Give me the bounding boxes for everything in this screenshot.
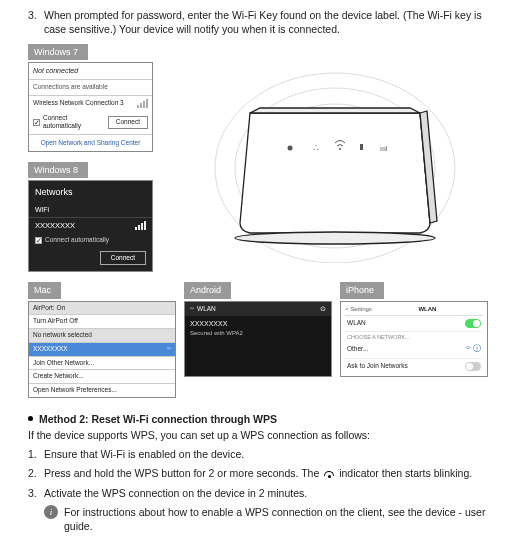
note-text: For instructions about how to enable a W… bbox=[64, 505, 496, 533]
win7-network-row[interactable]: Wireless Network Connection 3 bbox=[29, 96, 152, 111]
bullet-icon bbox=[28, 416, 33, 421]
mac-column: Mac AirPort: On Turn AirPort Off No netw… bbox=[28, 282, 176, 398]
iphone-other-row[interactable]: Other... ⌔ ⓘ bbox=[345, 341, 483, 359]
iphone-other-label: Other... bbox=[347, 345, 368, 354]
iphone-ask-join-row: Ask to Join Networks bbox=[345, 359, 483, 374]
mac-ssid: XXXXXXXX bbox=[33, 345, 68, 354]
svg-text:ıııl: ıııl bbox=[380, 145, 388, 152]
win8-network-row[interactable]: XXXXXXXX bbox=[29, 218, 152, 234]
win7-network-name: Wireless Network Connection 3 bbox=[33, 99, 124, 108]
top-screenshots-row: Windows 7 Not connected Connections are … bbox=[28, 44, 496, 272]
step-text: When prompted for password, enter the Wi… bbox=[44, 8, 496, 36]
iphone-title: WLAN bbox=[418, 305, 436, 313]
svg-point-5 bbox=[235, 232, 435, 244]
router-svg: ∴ ıııl bbox=[205, 53, 465, 263]
android-wlan-label: WLAN bbox=[197, 305, 216, 314]
win7-connections-available: Connections are available bbox=[29, 80, 152, 96]
wifi-icon: ⌔ bbox=[167, 345, 171, 354]
mac-no-network: No network selected bbox=[29, 329, 175, 343]
android-network-row[interactable]: XXXXXXXX Secured with WPA2 bbox=[185, 316, 331, 340]
mac-open-prefs[interactable]: Open Network Preferences... bbox=[29, 384, 175, 397]
mac-create-network[interactable]: Create Network... bbox=[29, 370, 175, 384]
windows8-panel: Networks WiFi XXXXXXXX Connect automatic… bbox=[28, 180, 153, 272]
iphone-wlan-label: WLAN bbox=[347, 319, 366, 328]
win8-wifi-label: WiFi bbox=[29, 203, 152, 217]
step-3: 3. When prompted for password, enter the… bbox=[28, 8, 496, 36]
win8-auto-connect-row: Connect automatically bbox=[29, 234, 152, 247]
step-text: Ensure that Wi-Fi is enabled on the devi… bbox=[44, 447, 244, 461]
tab-iphone: iPhone bbox=[340, 282, 384, 298]
iphone-nav-bar: < Settings WLAN bbox=[345, 304, 483, 316]
router-illustration: ∴ ıııl bbox=[173, 44, 496, 272]
step2-text-b: indicator then starts blinking. bbox=[339, 467, 472, 479]
step-text: Activate the WPS connection on the devic… bbox=[44, 486, 307, 500]
step-number: 2. bbox=[28, 466, 44, 480]
svg-point-8 bbox=[339, 148, 341, 150]
method2-step-2: 2. Press and hold the WPS button for 2 o… bbox=[28, 466, 496, 480]
iphone-section-header: CHOOSE A NETWORK... bbox=[345, 332, 483, 341]
method2-step-1: 1. Ensure that Wi-Fi is enabled on the d… bbox=[28, 447, 496, 461]
android-secured-label: Secured with WPA2 bbox=[190, 329, 326, 337]
mac-ssid-row[interactable]: XXXXXXXX⌔ bbox=[29, 343, 175, 357]
info-icon: i bbox=[44, 505, 58, 519]
android-wlan-header: ⌔ WLAN ⊙ bbox=[185, 302, 331, 317]
method2-step-3: 3. Activate the WPS connection on the de… bbox=[28, 486, 496, 500]
mac-airport-on: AirPort: On bbox=[29, 302, 175, 316]
windows-column: Windows 7 Not connected Connections are … bbox=[28, 44, 163, 272]
step-number: 3. bbox=[28, 8, 44, 36]
win7-avail-text: Connections are available bbox=[33, 83, 108, 90]
win8-connect-button[interactable]: Connect bbox=[100, 251, 146, 266]
method-2-title-row: Method 2: Reset Wi-Fi connection through… bbox=[28, 412, 496, 426]
tab-mac: Mac bbox=[28, 282, 61, 298]
mac-menu: AirPort: On Turn AirPort Off No network … bbox=[28, 301, 176, 398]
android-column: Android ⌔ WLAN ⊙ XXXXXXXX Secured with W… bbox=[184, 282, 332, 398]
tab-windows7: Windows 7 bbox=[28, 44, 88, 60]
toggle-on-icon[interactable] bbox=[465, 319, 481, 328]
checkbox-icon[interactable] bbox=[35, 237, 42, 244]
mac-turn-off[interactable]: Turn AirPort Off bbox=[29, 315, 175, 329]
win7-connect-button[interactable]: Connect bbox=[108, 116, 148, 129]
windows7-popup: Not connected Connections are available … bbox=[28, 62, 153, 152]
win8-ssid: XXXXXXXX bbox=[35, 221, 75, 231]
android-ssid: XXXXXXXX bbox=[190, 319, 326, 328]
iphone-screen: < Settings WLAN WLAN CHOOSE A NETWORK...… bbox=[340, 301, 488, 377]
wifi-icon: ⌔ bbox=[190, 305, 194, 314]
method-2-intro: If the device supports WPS, you can set … bbox=[28, 428, 496, 442]
win8-networks-heading: Networks bbox=[29, 181, 152, 203]
toggle-off-icon[interactable] bbox=[465, 362, 481, 371]
wifi-icon: ⌔ ⓘ bbox=[466, 344, 481, 355]
signal-bars-icon bbox=[137, 99, 148, 108]
svg-point-6 bbox=[287, 146, 292, 151]
win8-button-row: Connect bbox=[29, 247, 152, 272]
win8-auto-label: Connect automatically bbox=[45, 236, 109, 245]
win7-auto-label: Connect automatically bbox=[43, 114, 101, 132]
bottom-screenshots-row: Mac AirPort: On Turn AirPort Off No netw… bbox=[28, 282, 496, 398]
iphone-column: iPhone < Settings WLAN WLAN CHOOSE A NET… bbox=[340, 282, 488, 398]
toggle-icon[interactable]: ⊙ bbox=[320, 305, 326, 314]
iphone-wlan-toggle-row: WLAN bbox=[345, 316, 483, 332]
iphone-ask-label: Ask to Join Networks bbox=[347, 362, 408, 371]
step-number: 3. bbox=[28, 486, 44, 500]
mac-join-other[interactable]: Join Other Network... bbox=[29, 357, 175, 371]
wifi-indicator-icon bbox=[324, 471, 334, 478]
tab-android: Android bbox=[184, 282, 231, 298]
step-text: Press and hold the WPS button for 2 or m… bbox=[44, 466, 472, 480]
iphone-back-button[interactable]: < Settings bbox=[345, 305, 372, 313]
note-row: i For instructions about how to enable a… bbox=[44, 505, 496, 533]
method-2-section: Method 2: Reset Wi-Fi connection through… bbox=[28, 412, 496, 533]
win7-not-connected: Not connected bbox=[29, 63, 152, 79]
android-screen: ⌔ WLAN ⊙ XXXXXXXX Secured with WPA2 bbox=[184, 301, 332, 377]
step-number: 1. bbox=[28, 447, 44, 461]
win7-sharing-center-link[interactable]: Open Network and Sharing Center bbox=[29, 134, 152, 151]
method-2-title: Method 2: Reset Wi-Fi connection through… bbox=[39, 412, 277, 426]
win7-auto-connect-row: Connect automatically Connect bbox=[29, 111, 152, 135]
checkbox-icon[interactable] bbox=[33, 119, 40, 126]
signal-bars-icon bbox=[135, 221, 146, 230]
step2-text-a: Press and hold the WPS button for 2 or m… bbox=[44, 467, 319, 479]
tab-windows8: Windows 8 bbox=[28, 162, 88, 178]
svg-rect-9 bbox=[360, 144, 363, 150]
svg-text:∴: ∴ bbox=[313, 143, 319, 153]
